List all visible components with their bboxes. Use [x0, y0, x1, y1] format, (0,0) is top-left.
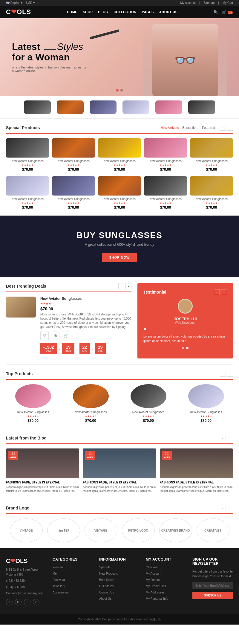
language-selector[interactable]: 🇬🇧 English ▾	[6, 1, 22, 4]
top-product-image[interactable]	[73, 384, 109, 408]
strip-item-2[interactable]	[57, 100, 84, 114]
product-image[interactable]	[6, 138, 49, 158]
category-men[interactable]: Men	[53, 571, 93, 576]
info-best-sellers[interactable]: Best Sellers	[99, 578, 140, 582]
nav-blog[interactable]: BLOG	[98, 10, 108, 14]
account-personal-info[interactable]: My Personal Info	[146, 596, 186, 601]
strip-item-3[interactable]	[90, 100, 117, 114]
top-product-image[interactable]	[188, 384, 224, 408]
info-contact-us[interactable]: Contact Us	[99, 590, 140, 595]
tab-new-arrivals[interactable]: New Arrivals	[160, 126, 179, 129]
trending-next[interactable]: ›	[125, 283, 131, 289]
top-products-next[interactable]: ›	[227, 371, 233, 377]
account-credit-slips[interactable]: My Credit Slips	[146, 584, 186, 589]
top-product-image[interactable]	[15, 384, 51, 408]
newsletter-form: SUBSCRIBE	[192, 582, 233, 599]
sitemap-link[interactable]: Sitemap	[204, 1, 215, 4]
next-btn[interactable]: ›	[227, 125, 233, 131]
search-icon[interactable]: 🔍	[213, 10, 218, 14]
category-woman[interactable]: Woman	[53, 565, 93, 570]
strip-item-1[interactable]	[24, 100, 51, 114]
blog-image[interactable]: 11 AUG	[83, 448, 156, 478]
product-card: New Aviator Sunglasses ★★★★★ $70.00	[144, 176, 187, 210]
product-image[interactable]	[6, 176, 49, 196]
nav-shop[interactable]: SHOP	[83, 10, 93, 14]
brand-logo-creatives[interactable]: CREATIVES BRAND	[159, 518, 192, 542]
brand-next[interactable]: ›	[227, 505, 233, 511]
product-card: New Aviator Sunglasses ★★★★★ $70.00	[190, 176, 233, 210]
logo[interactable]: C❤OLS	[6, 8, 31, 16]
twitter-icon[interactable]: t	[24, 599, 30, 605]
account-my-orders[interactable]: My Orders	[146, 578, 186, 582]
top-product-card: New Aviator Sunglasses ★★★★☆ $70.00	[121, 384, 175, 423]
currency-selector[interactable]: USD ▾	[26, 1, 35, 4]
social-icons: f G t in	[6, 599, 47, 605]
top-products-prev[interactable]: ‹	[220, 371, 226, 377]
facebook-icon[interactable]: f	[6, 599, 13, 605]
tab-featured[interactable]: Featured	[202, 126, 215, 129]
footer-email[interactable]: Contact@yourcompany.com	[6, 591, 47, 596]
testimonial-dot-1[interactable]	[182, 347, 184, 349]
footer: C❤OLS 8-14 Collins Street West Victoria …	[0, 548, 239, 614]
shop-now-button[interactable]: SHOP NOW	[102, 253, 137, 262]
subscribe-button[interactable]: SUBSCRIBE	[192, 592, 233, 599]
linkedin-icon[interactable]: in	[33, 599, 39, 605]
info-new-products[interactable]: New Products	[99, 571, 140, 576]
account-addresses[interactable]: My Addresses	[146, 590, 186, 595]
brand-logo-hipster[interactable]: hipsTER	[47, 518, 80, 542]
account-my-account[interactable]: My Account	[146, 571, 186, 576]
info-about-us[interactable]: About Us	[99, 596, 140, 601]
product-image[interactable]	[190, 176, 233, 196]
trending-prev[interactable]: ‹	[118, 283, 124, 289]
category-jewellery[interactable]: Jewellery	[53, 584, 93, 589]
brand-logo-creatives2[interactable]: CREATIVES	[197, 518, 229, 542]
prev-btn[interactable]: ‹	[220, 125, 226, 131]
google-icon[interactable]: G	[15, 599, 22, 605]
product-image[interactable]	[52, 138, 95, 158]
info-specials[interactable]: Specials	[99, 565, 140, 570]
nav-pages[interactable]: PAGES	[142, 10, 154, 14]
product-image[interactable]	[190, 138, 233, 158]
nav-collection[interactable]: COLLECTION	[114, 10, 137, 14]
product-image[interactable]	[144, 138, 187, 158]
trending-product-image[interactable]	[6, 297, 36, 318]
info-our-stores[interactable]: Our Stores	[99, 584, 140, 589]
hero-dot-2[interactable]	[120, 89, 123, 91]
product-image[interactable]	[144, 176, 187, 196]
testimonial-dot-2[interactable]	[186, 347, 189, 349]
footer-phone1: (+23) 458 789	[6, 579, 47, 583]
category-accessories[interactable]: Accessories	[53, 590, 93, 595]
testimonial-prev[interactable]: ‹	[214, 289, 220, 295]
brand-logo-vintage2[interactable]: VINTAGE	[85, 518, 117, 542]
blog-prev[interactable]: ‹	[220, 435, 226, 441]
strip-item-5[interactable]	[155, 100, 182, 114]
product-image[interactable]	[98, 138, 141, 158]
nav-home[interactable]: HOME	[67, 10, 77, 14]
cart-icon[interactable]: 🛒 02	[222, 10, 233, 14]
tab-bestsellers[interactable]: Bestsellers	[182, 126, 198, 129]
wishlist-button[interactable]: ♡	[40, 332, 49, 340]
testimonial-next[interactable]: ›	[221, 289, 227, 295]
brand-logo-retro[interactable]: RETRO LOGO	[122, 518, 155, 542]
footer-logo[interactable]: C❤OLS	[6, 557, 47, 564]
strip-item-4[interactable]	[122, 100, 149, 114]
compare-button[interactable]: ⊞	[51, 332, 59, 340]
my-cart-link[interactable]: My Cart	[223, 1, 233, 4]
account-checkout[interactable]: Checkout	[146, 565, 186, 570]
category-footwear[interactable]: Footwear	[53, 578, 93, 582]
nav-about[interactable]: ABOUT US	[159, 10, 177, 14]
brand-prev[interactable]: ‹	[220, 505, 226, 511]
top-product-image[interactable]	[131, 384, 166, 408]
brand-logo-vintage1[interactable]: VINTAGE	[10, 518, 43, 542]
blog-next[interactable]: ›	[227, 435, 233, 441]
newsletter-email-input[interactable]	[192, 582, 233, 589]
product-image[interactable]	[98, 176, 141, 196]
my-account-link[interactable]: My Account	[180, 1, 196, 4]
product-price: $70.00	[190, 205, 233, 210]
product-image[interactable]	[52, 176, 95, 196]
blog-image[interactable]: 11 AUG	[160, 448, 233, 478]
cart-add-button[interactable]: 🛒	[62, 332, 70, 340]
strip-item-6[interactable]	[188, 100, 215, 114]
blog-image[interactable]: 11 AUG	[6, 448, 79, 478]
hero-dot-1[interactable]	[116, 89, 119, 91]
